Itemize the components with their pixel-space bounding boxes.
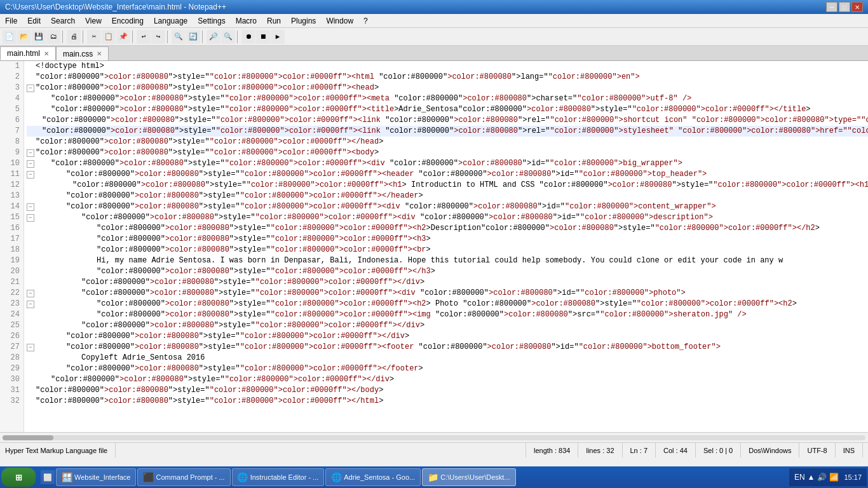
menu-macro[interactable]: Macro — [231, 15, 262, 27]
code-content: "color:#800000">color:#800080">style=""c… — [36, 137, 383, 147]
menu-language[interactable]: Language — [149, 15, 193, 27]
code-content: "color:#800000">color:#800080">style=""c… — [81, 277, 424, 288]
code-content: "color:#800000">color:#800080">style=""c… — [51, 104, 811, 115]
line-number: 23 — [0, 299, 24, 309]
fold-button[interactable]: − — [27, 160, 34, 168]
menu-view[interactable]: View — [80, 15, 107, 27]
table-row: −"color:#800000">color:#800080">style=""… — [27, 342, 868, 353]
tabs-bar: main.html ✕ main.css ✕ — [0, 46, 868, 61]
code-content: "color:#800000">color:#800080">style=""c… — [36, 147, 379, 158]
table-row: −"color:#800000">color:#800080">style=""… — [27, 169, 868, 180]
toolbar: 📄 📂 💾 🗂 🖨 ✂ 📋 📌 ↩ ↪ 🔍 🔄 🔎 🔍 ⏺ ⏹ ▶ — [0, 28, 868, 46]
minimize-button[interactable]: ─ — [826, 2, 837, 12]
menu-bar: File Edit Search View Encoding Language … — [0, 14, 868, 28]
fold-button[interactable]: − — [27, 85, 34, 92]
code-content: "color:#800000">color:#800080">style=""c… — [97, 309, 747, 320]
zoom-out-button[interactable]: 🔍 — [221, 30, 235, 44]
line-number: 25 — [0, 320, 24, 331]
table-row: "color:#800000">color:#800080">style=""c… — [27, 374, 868, 385]
status-lines: lines : 32 — [578, 443, 622, 458]
fold-button[interactable]: − — [27, 171, 34, 179]
line-number: 27 — [0, 342, 24, 353]
save-button[interactable]: 💾 — [32, 30, 46, 44]
line-number: 4 — [0, 93, 24, 104]
status-bar: Hyper Text Markup Language file length :… — [0, 442, 868, 458]
code-content: "color:#800000">color:#800080">style=""c… — [51, 374, 394, 385]
status-ln: Ln : 7 — [623, 443, 656, 458]
code-content: "color:#800000">color:#800080">style=""c… — [81, 212, 713, 223]
table-row: "color:#800000">color:#800080">style=""c… — [27, 396, 868, 407]
menu-help[interactable]: ? — [358, 15, 373, 27]
paste-button[interactable]: 📌 — [116, 30, 130, 44]
code-content: "color:#800000">color:#800080">style=""c… — [36, 72, 640, 83]
line-number: 14 — [0, 201, 24, 212]
macro-play-button[interactable]: ▶ — [271, 30, 285, 44]
menu-plugins[interactable]: Plugins — [286, 15, 321, 27]
tab-main-html-close[interactable]: ✕ — [44, 50, 49, 57]
replace-button[interactable]: 🔄 — [186, 30, 200, 44]
table-row: −"color:#800000">color:#800080">style=""… — [27, 201, 868, 212]
macro-stop-button[interactable]: ⏹ — [256, 30, 270, 44]
fold-button[interactable]: − — [27, 214, 34, 222]
line-number: 9 — [0, 147, 24, 158]
cut-button[interactable]: ✂ — [87, 30, 101, 44]
horizontal-scrollbar[interactable] — [0, 432, 868, 442]
fold-button[interactable]: − — [27, 290, 34, 297]
new-button[interactable]: 📄 — [3, 30, 17, 44]
menu-file[interactable]: File — [0, 15, 22, 27]
line-number: 6 — [0, 115, 24, 126]
copy-button[interactable]: 📋 — [102, 30, 116, 44]
code-content: "color:#800000">color:#800080">style=""c… — [36, 396, 383, 407]
macro-record-button[interactable]: ⏺ — [241, 30, 255, 44]
code-content: "color:#800000">color:#800080">style=""c… — [66, 363, 423, 374]
line-number: 22 — [0, 288, 24, 299]
find-button[interactable]: 🔍 — [172, 30, 186, 44]
open-button[interactable]: 📂 — [17, 30, 31, 44]
code-content: "color:#800000">color:#800080">style=""c… — [66, 191, 423, 201]
code-content: <!doctype html> — [36, 61, 104, 72]
code-content: "color:#800000">color:#800080">style=""c… — [66, 169, 707, 180]
line-number: 18 — [0, 245, 24, 255]
code-area[interactable]: <!doctype html>"color:#800000">color:#80… — [24, 61, 868, 432]
save-all-button[interactable]: 🗂 — [46, 30, 60, 44]
tab-main-html[interactable]: main.html ✕ — [0, 46, 56, 60]
tab-main-css-close[interactable]: ✕ — [97, 50, 102, 57]
line-number: 12 — [0, 180, 24, 191]
fold-button[interactable]: − — [27, 149, 34, 157]
close-button[interactable]: ✕ — [851, 2, 863, 12]
status-lineending: Dos\Windows — [741, 443, 799, 458]
line-number: 11 — [0, 169, 24, 180]
tab-main-css-label: main.css — [63, 50, 93, 58]
redo-button[interactable]: ↪ — [151, 30, 165, 44]
fold-button[interactable]: − — [27, 344, 34, 351]
fold-button[interactable]: − — [27, 203, 34, 211]
menu-encoding[interactable]: Encoding — [107, 15, 149, 27]
table-row: −"color:#800000">color:#800080">style=""… — [27, 158, 868, 169]
line-number: 26 — [0, 331, 24, 342]
zoom-in-button[interactable]: 🔎 — [207, 30, 220, 44]
tab-main-html-label: main.html — [7, 49, 40, 58]
menu-window[interactable]: Window — [321, 15, 358, 27]
table-row: "color:#800000">color:#800080">style=""c… — [27, 277, 868, 288]
table-row: "color:#800000">color:#800080">style=""c… — [27, 180, 868, 191]
menu-run[interactable]: Run — [262, 15, 286, 27]
code-content: "color:#800000">color:#800080">style=""c… — [42, 115, 868, 126]
table-row: "color:#800000">color:#800080">style=""c… — [27, 234, 868, 245]
line-number: 13 — [0, 191, 24, 201]
code-content: "color:#800000">color:#800080">style=""c… — [72, 180, 868, 191]
table-row: "color:#800000">color:#800080">style=""c… — [27, 363, 868, 374]
menu-settings[interactable]: Settings — [193, 15, 230, 27]
tab-main-css[interactable]: main.css ✕ — [56, 46, 109, 60]
menu-edit[interactable]: Edit — [22, 15, 46, 27]
print-button[interactable]: 🖨 — [67, 30, 81, 44]
fold-button[interactable]: − — [27, 301, 34, 308]
toolbar-sep-6 — [237, 30, 240, 43]
table-row: Hi, my name Adrie Sentosa. I was born in… — [27, 255, 868, 266]
maximize-button[interactable]: □ — [839, 2, 850, 12]
title-text: C:\Users\User\Desktop\Website_Interface\… — [5, 3, 226, 11]
table-row: −"color:#800000">color:#800080">style=""… — [27, 288, 868, 299]
undo-button[interactable]: ↩ — [137, 30, 151, 44]
line-number: 2 — [0, 72, 24, 83]
menu-search[interactable]: Search — [46, 15, 80, 27]
line-number: 19 — [0, 255, 24, 266]
